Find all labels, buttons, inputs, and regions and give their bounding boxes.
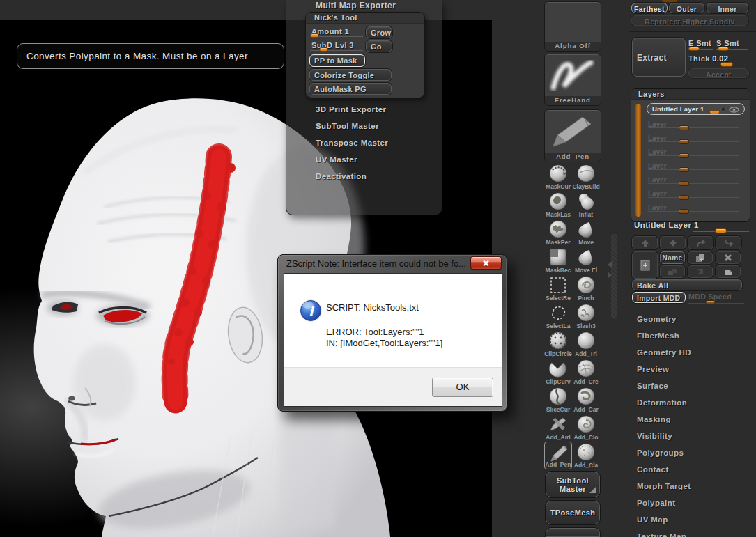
layer-row-track[interactable] xyxy=(648,141,739,142)
brush-masklas[interactable]: MaskLas xyxy=(544,191,572,219)
alpha-selector-tile[interactable]: Alpha Off xyxy=(544,1,601,52)
layer-row-track[interactable] xyxy=(648,169,739,170)
selected-layer-intensity-handle[interactable] xyxy=(709,110,720,114)
brush-add-airl[interactable]: Add_Airl xyxy=(544,414,572,442)
mdd-speed-handle[interactable] xyxy=(705,300,716,304)
s-smt-handle[interactable] xyxy=(718,47,729,51)
bake-all-button[interactable]: Bake All xyxy=(632,279,742,290)
layer-down-button[interactable] xyxy=(660,236,686,249)
brush-add-tri[interactable]: Add_Tri xyxy=(572,330,600,358)
layer-up-button[interactable] xyxy=(632,236,658,249)
layer-row-handle[interactable] xyxy=(679,181,689,186)
layer-row-3[interactable]: Layer xyxy=(631,146,750,160)
amount-slider-handle[interactable] xyxy=(310,33,319,38)
brush-selectre[interactable]: SelectRe xyxy=(544,274,572,302)
subd-slider-handle[interactable] xyxy=(319,47,328,52)
layers-panel-header[interactable]: Layers xyxy=(631,89,750,100)
new-layer-button[interactable] xyxy=(632,251,658,279)
palette-item-geometry-hd[interactable]: Geometry HD xyxy=(637,345,752,361)
brush-inflat[interactable]: Inflat xyxy=(572,191,600,219)
duplicate-layer-button[interactable] xyxy=(688,251,713,264)
brush-selector-tile[interactable]: Add_Pen xyxy=(544,109,601,162)
close-button[interactable] xyxy=(470,256,502,270)
palette-item-preview[interactable]: Preview xyxy=(637,361,752,378)
palette-item-polypaint[interactable]: Polypaint xyxy=(637,495,752,512)
layer-row-handle[interactable] xyxy=(679,209,689,214)
subtool-master-button[interactable]: SubTool Master xyxy=(546,472,600,497)
stroke-selector-tile[interactable]: FreeHand xyxy=(544,54,601,106)
accept-button[interactable]: Accept xyxy=(688,68,749,78)
brush-maskrec[interactable]: MaskRec xyxy=(544,247,572,274)
brush-add-clo[interactable]: Add_Clo xyxy=(572,414,600,442)
brush-selectla[interactable]: SelectLa xyxy=(544,302,572,330)
selected-layer-row[interactable]: Untitled Layer 1 xyxy=(647,103,745,115)
reproject-higher-subdiv-button[interactable]: Reproject Higher Subdiv xyxy=(631,15,748,26)
palette-item-morph-target[interactable]: Morph Target xyxy=(637,478,752,495)
extract-button[interactable]: Extract xyxy=(632,38,686,77)
layer-row-handle[interactable] xyxy=(679,153,689,158)
layer-row-2[interactable]: Layer xyxy=(631,132,750,146)
brush-add-cre[interactable]: Add_Cre xyxy=(572,358,600,386)
colorize-toggle-button[interactable]: Colorize Toggle xyxy=(309,69,392,81)
ok-button[interactable]: OK xyxy=(432,378,493,397)
record-dot-icon[interactable] xyxy=(720,107,726,112)
palette-item-polygroups[interactable]: Polygroups xyxy=(637,445,752,462)
layer-row-handle[interactable] xyxy=(679,139,689,144)
layer-row-6[interactable]: Layer xyxy=(631,188,750,202)
brush-add-cla[interactable]: Add_Cla xyxy=(572,442,600,469)
nicks-tool-title[interactable]: Nick's Tool xyxy=(306,13,424,24)
menu-item-transpose-master[interactable]: Transpose Master xyxy=(316,134,388,151)
palette-item-masking[interactable]: Masking xyxy=(637,412,752,428)
merge-down-button[interactable] xyxy=(660,265,685,278)
automask-pg-button[interactable]: AutoMask PG xyxy=(309,83,392,95)
palette-item-fibermesh[interactable]: FiberMesh xyxy=(637,328,752,345)
brush-slash3[interactable]: Slash3 xyxy=(572,302,600,330)
go-button[interactable]: Go xyxy=(366,40,392,52)
palette-item-uv-map[interactable]: UV Map xyxy=(637,512,752,529)
divider-scroll-strip[interactable] xyxy=(611,234,617,319)
subd-slider-track[interactable] xyxy=(310,50,363,51)
e-smt-handle[interactable] xyxy=(688,47,700,51)
brush-add-pen[interactable]: Add_Pen xyxy=(544,442,572,469)
farthest-button[interactable]: Farthest xyxy=(631,3,668,13)
brush-move[interactable]: Move xyxy=(572,219,600,247)
invert-layer-button[interactable] xyxy=(716,265,741,278)
layer-row-handle[interactable] xyxy=(679,125,689,130)
mdd-speed-track[interactable] xyxy=(688,303,744,304)
brush-move-el[interactable]: Move El xyxy=(572,247,600,274)
grow-button[interactable]: Grow xyxy=(366,26,392,38)
layer-row-handle[interactable] xyxy=(679,167,689,172)
layer-row-track[interactable] xyxy=(648,183,739,184)
tposemesh-button[interactable]: TPoseMesh xyxy=(546,501,600,524)
top-slider-handle[interactable] xyxy=(662,0,677,2)
brush-clipcurv[interactable]: ClipCurv xyxy=(544,358,572,386)
eye-icon[interactable] xyxy=(729,107,739,113)
partial-button[interactable] xyxy=(546,528,600,537)
layer-row-track[interactable] xyxy=(648,155,739,156)
outer-button[interactable]: Outer xyxy=(669,3,704,13)
palette-item-visibility[interactable]: Visibility xyxy=(637,428,752,445)
menu-item-uv-master[interactable]: UV Master xyxy=(316,151,388,168)
strip-right-arrow-icon[interactable] xyxy=(608,272,612,279)
pp-to-mask-button[interactable]: PP to Mask xyxy=(309,54,365,67)
strip-left-arrow-icon[interactable] xyxy=(608,261,612,268)
palette-item-contact[interactable]: Contact xyxy=(637,462,752,478)
menu-item-subtool-master[interactable]: SubTool Master xyxy=(316,118,388,134)
menu-item-3d-print-exporter[interactable]: 3D Print Exporter xyxy=(316,101,388,118)
brush-maskper[interactable]: MaskPer xyxy=(544,219,572,247)
brush-pinch[interactable]: Pinch xyxy=(572,274,600,302)
menu-item-multi-map-exporter[interactable]: Multi Map Exporter xyxy=(316,1,396,10)
layer-redo-down-button[interactable] xyxy=(716,236,741,249)
layer-row-track[interactable] xyxy=(648,127,739,128)
palette-item-geometry[interactable]: Geometry xyxy=(637,311,752,328)
layer-row-handle[interactable] xyxy=(679,195,689,200)
layer-row-track[interactable] xyxy=(648,197,739,198)
brush-maskcur[interactable]: MaskCur xyxy=(544,163,572,191)
layer-row-7[interactable]: Layer xyxy=(631,202,750,216)
layer-redo-up-button[interactable] xyxy=(688,236,713,249)
layer-row-1[interactable]: Layer xyxy=(631,118,750,132)
split-layer-button[interactable] xyxy=(688,265,713,278)
thick-handle[interactable] xyxy=(720,62,733,67)
palette-item-texture-map[interactable]: Texture Map xyxy=(637,529,752,537)
import-mdd-button[interactable]: Import MDD xyxy=(632,292,686,303)
